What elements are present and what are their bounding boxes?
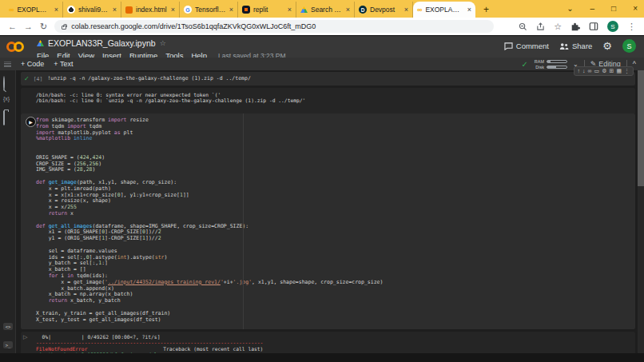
variables-icon[interactable]: {x}: [3, 96, 10, 101]
code-line: IMG_SHAPE = (28,28): [36, 167, 635, 173]
reload-icon[interactable]: ↻: [40, 22, 47, 31]
code-line: import matplotlib.pyplot as plt: [36, 130, 635, 137]
move-cell-up-icon[interactable]: ↑: [578, 68, 581, 74]
code-line: def get_image(path, x1,y1, shape, crop_s…: [36, 180, 635, 186]
code-line: X_test, y_test = get_all_images(df_test): [36, 317, 635, 324]
code-cell-1[interactable]: ✓ [4] !unzip -q -n /galaxy-zoo-the-galax…: [21, 72, 635, 86]
execution-count[interactable]: [4]: [34, 76, 43, 82]
tab-label: EXOPLAN33: [425, 6, 463, 14]
tab-label: Tensorflow: [195, 6, 226, 14]
code-line: /bin/bash: -c: line 0: syntax error near…: [36, 92, 635, 97]
disk-bar: [547, 66, 567, 69]
url-text[interactable]: colab.research.google.com/drive/1TsoS6b1…: [71, 22, 316, 30]
code-line: CROP_SIZE = (256,256): [36, 161, 635, 168]
delete-cell-icon[interactable]: ▦: [616, 68, 622, 74]
drive-file-icon: [37, 40, 44, 46]
browser-tab[interactable]: replit×: [238, 2, 296, 18]
add-code-button[interactable]: + Code: [21, 60, 44, 68]
code-line: !unzip -q -n /galaxy-zoo-the-galaxy-chal…: [47, 76, 250, 82]
cell-1-code[interactable]: !unzip -q -n /galaxy-zoo-the-galaxy-chal…: [47, 76, 250, 82]
close-tab-icon[interactable]: ×: [54, 6, 58, 14]
colab-profile-avatar[interactable]: S: [622, 39, 636, 53]
new-tab-button[interactable]: +: [483, 4, 489, 15]
link-to-cell-icon[interactable]: ∞: [588, 68, 592, 74]
tab-label: replit: [253, 6, 284, 14]
code-line: from skimage.transform import resize: [36, 117, 635, 124]
code-line: x_batch = []: [36, 267, 635, 273]
share-people-icon: [559, 42, 569, 50]
code-line: ids = sel[:,0].astype(int).astype(str): [36, 255, 635, 261]
ram-bar: [547, 60, 567, 63]
move-cell-down-icon[interactable]: ↓: [582, 68, 586, 74]
comment-button[interactable]: Comment: [504, 42, 549, 50]
close-tab-icon[interactable]: ×: [404, 6, 408, 14]
output-marker-icon: ▷: [23, 334, 27, 340]
url-field[interactable]: colab.research.google.com/drive/1TsoS6b1…: [54, 20, 494, 33]
more-cell-actions-icon[interactable]: ⋮: [624, 68, 630, 74]
notebook-toolbar: + Code + Text ✓ RAM Disk ⌄ ✎ Editing ^: [0, 58, 644, 70]
extensions-puzzle-icon[interactable]: [570, 22, 580, 31]
devpost-favicon-icon: D: [359, 6, 367, 14]
close-tab-icon[interactable]: ×: [113, 6, 117, 14]
browser-menu-icon[interactable]: ⋮: [627, 22, 636, 31]
minimize-button[interactable]: –: [590, 5, 595, 13]
terminal-icon[interactable]: >_: [3, 341, 13, 348]
search-icon[interactable]: [3, 77, 5, 91]
share-button[interactable]: Share: [559, 42, 592, 50]
code-line: [36, 242, 635, 249]
replit-favicon-icon: [242, 6, 250, 14]
code-cell-2[interactable]: ▶ from skimage.transform import resizefr…: [21, 113, 635, 329]
settings-gear-icon[interactable]: ⚙: [602, 41, 612, 51]
browser-tab[interactable]: ∞EXOPLAN33×: [5, 2, 63, 18]
browser-tab[interactable]: GTensorflow×: [180, 2, 238, 18]
add-comment-icon[interactable]: ▭: [594, 68, 600, 74]
share-icon[interactable]: [536, 22, 545, 31]
html-favicon-icon: [125, 6, 133, 14]
forward-icon[interactable]: →: [24, 22, 33, 31]
mirror-cell-icon[interactable]: ⊞: [610, 68, 614, 74]
notebook-scrollbar[interactable]: [638, 70, 644, 353]
close-tab-icon[interactable]: ×: [467, 6, 471, 14]
browser-tab[interactable]: index.html×: [121, 2, 180, 18]
files-folder-icon[interactable]: [3, 111, 5, 125]
code-line: x = resize(x, shape): [36, 198, 635, 205]
code-snippets-icon[interactable]: <>: [3, 323, 13, 330]
back-icon[interactable]: ←: [8, 22, 17, 31]
close-window-button[interactable]: ×: [633, 5, 638, 13]
tab-search-chevron-icon[interactable]: ⌄: [566, 5, 573, 13]
notebook-title[interactable]: EXOPLAN33R_Galaxy.ipynb: [48, 38, 156, 48]
close-tab-icon[interactable]: ×: [171, 6, 175, 14]
cell-2-code[interactable]: from skimage.transform import resizefrom…: [21, 113, 635, 323]
code-line: x = x/255: [36, 205, 635, 211]
close-tab-icon[interactable]: ×: [346, 6, 350, 14]
table-of-contents-icon[interactable]: [4, 62, 11, 67]
browser-profile-avatar[interactable]: S: [607, 21, 618, 32]
colab-logo-icon[interactable]: [6, 41, 32, 54]
maximize-button[interactable]: □: [611, 5, 616, 13]
code-line: x = x[x1:x1+crop_size[0], y1:y1+crop_siz…: [36, 193, 635, 199]
cell-toolbar: ↑↓∞▭⚙⊞▦⋮: [574, 66, 634, 76]
scrollbar-thumb[interactable]: [638, 70, 644, 186]
code-line: /bin/bash: -c: line 0: `unzip -q -n /gal…: [36, 97, 635, 103]
star-notebook-icon[interactable]: ☆: [160, 39, 166, 47]
browser-tab[interactable]: Search resu×: [296, 2, 355, 18]
close-tab-icon[interactable]: ×: [229, 6, 233, 14]
add-text-button[interactable]: + Text: [54, 60, 73, 68]
browser-tab[interactable]: ∞EXOPLAN33×: [413, 2, 475, 18]
zoom-icon[interactable]: [519, 22, 527, 31]
code-line: 0%| | 0/49262 [00:00<?, ?it/s]: [36, 334, 635, 340]
tab-label: Devpost: [370, 6, 401, 14]
bookmark-star-icon[interactable]: ☆: [554, 22, 562, 31]
browser-tab[interactable]: DDevpost×: [355, 2, 413, 18]
run-cell-button[interactable]: ▶: [26, 117, 36, 127]
lock-icon: [62, 26, 66, 30]
resource-meter[interactable]: RAM Disk: [534, 59, 567, 70]
drive-favicon-icon: [300, 6, 308, 13]
cell-settings-icon[interactable]: ⚙: [602, 68, 606, 74]
side-panel-icon[interactable]: [589, 22, 598, 31]
code-line: ----------------------------------------…: [36, 340, 635, 345]
notebook-content: {x} <> >_ ✓ [4] !unzip -q -n /galaxy-zoo…: [0, 70, 644, 362]
browser-tab[interactable]: shivali917/E×: [63, 2, 121, 18]
close-tab-icon[interactable]: ×: [288, 6, 292, 14]
code-line: return x: [36, 211, 635, 217]
